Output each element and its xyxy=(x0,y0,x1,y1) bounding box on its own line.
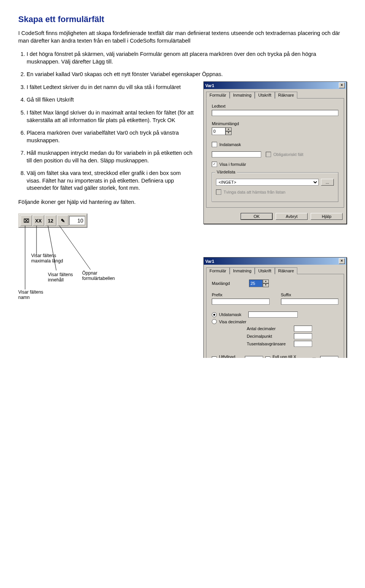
tab-inmatning[interactable]: Inmatning xyxy=(230,267,255,274)
antal-dec-input[interactable] xyxy=(294,326,312,332)
visa-i-formular-checkbox[interactable]: ✓ xyxy=(212,162,217,167)
utfyllnad-checkbox[interactable] xyxy=(212,356,217,358)
step-8: Välj om fältet ska vara text, streckkod … xyxy=(27,170,194,192)
callout-names: Visar fältens namn xyxy=(18,289,52,300)
fyllupp-label: Fyll upp till X tecken xyxy=(273,354,307,358)
tvinga-label: Tvinga data att hämtas från listan xyxy=(224,190,286,194)
step-5: I fältet Max längd skriver du in maximal… xyxy=(27,109,194,124)
tvinga-checkbox xyxy=(216,189,221,195)
utdatamask-input[interactable] xyxy=(248,311,298,318)
close-icon[interactable]: × xyxy=(339,258,345,264)
tab-utskrift[interactable]: Utskrift xyxy=(255,92,275,99)
minlen-label: Minimumlängd xyxy=(212,121,338,126)
callout-formtable: Öppnar formulärtabellen xyxy=(82,270,128,281)
visa-i-formular-label: Visa i formulär xyxy=(219,162,246,167)
maxlen-input[interactable] xyxy=(249,280,263,287)
tab-inmatning[interactable]: Inmatning xyxy=(230,92,255,99)
toolbar-name-button[interactable]: ⌧ xyxy=(21,215,32,226)
after-list-text: Följande ikoner ger hjälp vid hantering … xyxy=(18,199,186,205)
step-4: Gå till fliken Utskrift xyxy=(27,96,194,104)
toolbar-formtable-button[interactable]: ✎ xyxy=(57,215,68,226)
help-button[interactable]: Hjälp xyxy=(311,213,343,220)
vardelista-group-label: Värdelista xyxy=(215,170,237,174)
tab-utskrift[interactable]: Utskrift xyxy=(255,267,275,274)
dialog-var1-formular: Var1 × Formulär Inmatning Utskrift Räkna… xyxy=(203,81,347,224)
prefix-input[interactable] xyxy=(212,299,270,305)
ok-button[interactable]: OK xyxy=(241,213,273,220)
vardelista-combo[interactable]: <INGET> xyxy=(216,179,319,186)
spin-down-icon[interactable]: ▼ xyxy=(225,131,232,135)
step-3: I fältet Ledtext skriver du in det namn … xyxy=(27,84,194,91)
utdatamask-radio[interactable] xyxy=(212,312,217,317)
step-1: I det högra fönstret på skärmen, välj va… xyxy=(27,51,338,65)
indatamask-checkbox[interactable] xyxy=(212,142,217,147)
tusen-input[interactable] xyxy=(294,341,312,347)
vardelista-browse-button[interactable]: ... xyxy=(321,179,334,186)
intro-paragraph: I CodeSoft finns möjligheten att skapa f… xyxy=(18,30,347,44)
decpkt-label: Decimalpunkt xyxy=(247,334,292,338)
dialog1-title: Var1 xyxy=(205,83,214,88)
ledtext-label: Ledtext xyxy=(212,104,338,108)
suffix-label: Suffix xyxy=(281,292,339,297)
tab-raknare[interactable]: Räknare xyxy=(275,92,298,99)
visadec-radio[interactable] xyxy=(212,319,217,324)
step-6: Placera markören över variabelfältet Var… xyxy=(27,129,194,144)
callout-content: Visar fältens innehåll xyxy=(48,272,78,283)
x-input[interactable] xyxy=(320,356,338,358)
spin-up-icon[interactable]: ▲ xyxy=(263,280,269,283)
antal-dec-label: Antal decimaler xyxy=(247,326,292,331)
toolbar-value-field[interactable]: 10 xyxy=(69,216,85,225)
dialog2-title: Var1 xyxy=(205,259,214,264)
toolbar-figure: ⌧ XX 12 ✎ 10 Visar fältens maximala läng… xyxy=(18,213,132,297)
tab-raknare[interactable]: Räknare xyxy=(275,267,298,274)
visadec-label: Visa decimaler xyxy=(219,319,246,324)
spin-up-icon[interactable]: ▲ xyxy=(225,127,232,131)
step-7: Håll musknappen intryckt medan du för va… xyxy=(27,149,194,164)
close-icon[interactable]: × xyxy=(339,83,345,88)
spin-down-icon[interactable]: ▼ xyxy=(263,283,269,287)
cancel-button[interactable]: Avbryt xyxy=(276,213,308,220)
utfyllnad-input[interactable] xyxy=(245,356,263,358)
fyllupp-checkbox[interactable] xyxy=(265,356,270,358)
maxlen-label: Maxlängd xyxy=(212,281,246,286)
obligatorisk-label: Obligatoriskt fält xyxy=(273,152,303,157)
utfyllnad-label: Utfyllnad med xyxy=(219,354,243,358)
tab-formular[interactable]: Formulär xyxy=(206,92,230,99)
suffix-input[interactable] xyxy=(281,299,339,305)
minlen-input[interactable] xyxy=(212,127,225,135)
tusen-label: Tusentalsavgränsare xyxy=(247,342,292,346)
toolbar-maxlen-button[interactable]: 12 xyxy=(45,215,56,226)
prefix-label: Prefix xyxy=(212,292,270,297)
page-title: Skapa ett formulärfält xyxy=(18,14,347,24)
obligatorisk-checkbox xyxy=(266,152,271,157)
indatamask-label: Indatamask xyxy=(219,142,241,147)
decpkt-input[interactable] xyxy=(294,333,312,339)
step-2: En variabel kallad Var0 skapas och ett n… xyxy=(27,71,338,78)
indatamask-input[interactable] xyxy=(212,151,261,157)
tab-formular[interactable]: Formulär xyxy=(206,267,230,274)
toolbar-content-button[interactable]: XX xyxy=(33,215,44,226)
dialog-var1-utskrift: Var1 × Formulär Inmatning Utskrift Räkna… xyxy=(203,257,347,358)
ledtext-input[interactable] xyxy=(212,110,338,116)
callout-maxlen: Visar fältens maximala längd xyxy=(31,253,69,264)
x-label: X= xyxy=(313,357,318,358)
utdatamask-label: Utdatamask xyxy=(219,312,241,317)
